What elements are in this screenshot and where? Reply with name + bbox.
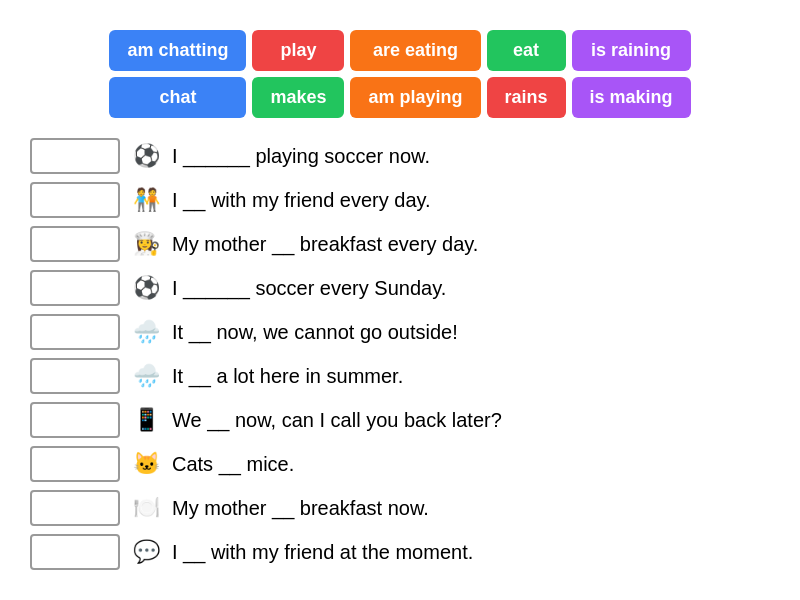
- sentence-text-s5: It __ now, we cannot go outside!: [172, 321, 458, 344]
- sentence-icon-s2: 🧑‍🤝‍🧑: [128, 182, 164, 218]
- answer-box-s8[interactable]: [30, 446, 120, 482]
- word-tile-is-raining[interactable]: is raining: [572, 30, 691, 71]
- sentence-text-s3: My mother __ breakfast every day.: [172, 233, 478, 256]
- answer-box-s9[interactable]: [30, 490, 120, 526]
- answer-box-s10[interactable]: [30, 534, 120, 570]
- word-tile-play[interactable]: play: [252, 30, 344, 71]
- sentence-text-s1: I ______ playing soccer now.: [172, 145, 430, 168]
- answer-box-s5[interactable]: [30, 314, 120, 350]
- sentence-icon-s9: 🍽️: [128, 490, 164, 526]
- word-tile-makes[interactable]: makes: [252, 77, 344, 118]
- word-tile-is-making[interactable]: is making: [572, 77, 691, 118]
- word-tile-are-eating[interactable]: are eating: [350, 30, 480, 71]
- sentence-row-s4: ⚽I ______ soccer every Sunday.: [30, 270, 780, 306]
- sentence-icon-s5: 🌧️: [128, 314, 164, 350]
- answer-box-s3[interactable]: [30, 226, 120, 262]
- answer-box-s1[interactable]: [30, 138, 120, 174]
- answer-box-s4[interactable]: [30, 270, 120, 306]
- sentence-icon-s1: ⚽: [128, 138, 164, 174]
- answer-box-s2[interactable]: [30, 182, 120, 218]
- sentence-row-s7: 📱We __ now, can I call you back later?: [30, 402, 780, 438]
- sentences-container: ⚽I ______ playing soccer now.🧑‍🤝‍🧑I __ w…: [20, 138, 780, 570]
- sentence-text-s7: We __ now, can I call you back later?: [172, 409, 502, 432]
- sentence-icon-s8: 🐱: [128, 446, 164, 482]
- sentence-text-s8: Cats __ mice.: [172, 453, 294, 476]
- word-tile-chat[interactable]: chat: [109, 77, 246, 118]
- answer-box-s6[interactable]: [30, 358, 120, 394]
- word-tile-eat[interactable]: eat: [487, 30, 566, 71]
- word-bank: am chattingplayare eatingeatis rainingch…: [109, 30, 690, 118]
- sentence-text-s2: I __ with my friend every day.: [172, 189, 431, 212]
- sentence-icon-s6: 🌧️: [128, 358, 164, 394]
- answer-box-s7[interactable]: [30, 402, 120, 438]
- sentence-row-s5: 🌧️It __ now, we cannot go outside!: [30, 314, 780, 350]
- sentence-icon-s10: 💬: [128, 534, 164, 570]
- word-tile-am-chatting[interactable]: am chatting: [109, 30, 246, 71]
- sentence-icon-s4: ⚽: [128, 270, 164, 306]
- sentence-row-s10: 💬I __ with my friend at the moment.: [30, 534, 780, 570]
- sentence-text-s9: My mother __ breakfast now.: [172, 497, 429, 520]
- sentence-icon-s3: 👩‍🍳: [128, 226, 164, 262]
- word-tile-am-playing[interactable]: am playing: [350, 77, 480, 118]
- sentence-row-s6: 🌧️It __ a lot here in summer.: [30, 358, 780, 394]
- sentence-text-s10: I __ with my friend at the moment.: [172, 541, 473, 564]
- sentence-text-s6: It __ a lot here in summer.: [172, 365, 403, 388]
- word-tile-rains[interactable]: rains: [487, 77, 566, 118]
- sentence-icon-s7: 📱: [128, 402, 164, 438]
- sentence-row-s3: 👩‍🍳My mother __ breakfast every day.: [30, 226, 780, 262]
- sentence-row-s2: 🧑‍🤝‍🧑I __ with my friend every day.: [30, 182, 780, 218]
- sentence-text-s4: I ______ soccer every Sunday.: [172, 277, 446, 300]
- sentence-row-s8: 🐱Cats __ mice.: [30, 446, 780, 482]
- sentence-row-s9: 🍽️My mother __ breakfast now.: [30, 490, 780, 526]
- sentence-row-s1: ⚽I ______ playing soccer now.: [30, 138, 780, 174]
